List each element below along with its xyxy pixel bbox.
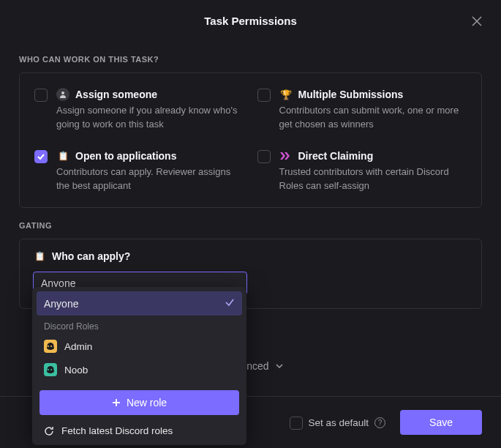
checkbox-direct[interactable] xyxy=(257,150,271,163)
plus-icon xyxy=(112,398,121,407)
fetch-roles-label: Fetch latest Discord roles xyxy=(61,425,173,436)
new-role-label: New role xyxy=(127,397,167,408)
chevron-down-icon xyxy=(275,362,284,370)
new-role-button[interactable]: New role xyxy=(39,390,239,415)
trophy-icon: 🏆 xyxy=(279,88,293,101)
modal-header: Task Permissions xyxy=(0,0,501,42)
option-desc: Trusted contributors with certain Discor… xyxy=(279,165,467,193)
help-icon[interactable]: ? xyxy=(374,417,385,428)
checkbox-assign[interactable] xyxy=(34,89,48,102)
dropdown-role-noob[interactable]: Noob xyxy=(37,358,242,381)
chevrons-icon xyxy=(279,149,293,163)
gating-title: Who can apply? xyxy=(52,250,130,262)
option-desc: Contributors can apply. Reviewer assigns… xyxy=(56,165,244,193)
advanced-label-partial: nced xyxy=(246,360,268,372)
dropdown-role-admin[interactable]: Admin xyxy=(37,335,242,358)
role-label: Noob xyxy=(64,365,88,376)
save-button[interactable]: Save xyxy=(400,410,482,435)
svg-point-0 xyxy=(61,92,64,94)
role-label: Admin xyxy=(64,341,92,352)
checkbox-default[interactable] xyxy=(290,417,303,430)
work-options: Assign someone Assign someone if you alr… xyxy=(19,72,482,208)
dropdown-item-label: Anyone xyxy=(44,298,78,310)
option-title: Assign someone xyxy=(75,89,157,100)
checkbox-open[interactable] xyxy=(34,150,48,163)
option-multiple-submissions[interactable]: 🏆 Multiple Submissions Contributors can … xyxy=(257,88,467,132)
close-button[interactable] xyxy=(470,15,483,28)
option-title: Multiple Submissions xyxy=(298,89,404,100)
clipboard-icon: 📋 xyxy=(33,250,46,263)
dropdown-item-anyone[interactable]: Anyone xyxy=(37,291,242,316)
option-desc: Assign someone if you already know who's… xyxy=(56,104,244,132)
gating-section-label: GATING xyxy=(19,221,482,230)
option-assign-someone[interactable]: Assign someone Assign someone if you alr… xyxy=(34,88,244,132)
close-icon xyxy=(470,15,483,28)
discord-icon xyxy=(44,340,57,353)
option-title: Direct Claiming xyxy=(298,150,374,162)
check-icon xyxy=(225,297,235,310)
check-icon xyxy=(37,152,45,161)
set-as-default[interactable]: Set as default ? xyxy=(290,416,386,430)
option-title: Open to applications xyxy=(75,150,176,162)
modal-title: Task Permissions xyxy=(204,15,296,27)
refresh-icon xyxy=(44,426,54,436)
clipboard-icon: 📋 xyxy=(56,149,69,163)
option-desc: Contributors can submit work, one or mor… xyxy=(279,104,467,132)
work-section-label: WHO CAN WORK ON THIS TASK? xyxy=(19,55,482,64)
option-direct-claiming[interactable]: Direct Claiming Trusted contributors wit… xyxy=(257,149,467,193)
dropdown-group-label: Discord Roles xyxy=(37,316,242,335)
who-can-apply-dropdown: Anyone Discord Roles Admin Noob New role… xyxy=(32,287,246,445)
checkbox-multiple[interactable] xyxy=(257,89,271,102)
person-icon xyxy=(56,88,69,101)
fetch-roles-button[interactable]: Fetch latest Discord roles xyxy=(37,421,242,441)
option-open-applications[interactable]: 📋 Open to applications Contributors can … xyxy=(34,149,244,193)
discord-icon xyxy=(44,363,57,376)
default-label: Set as default xyxy=(309,417,369,428)
